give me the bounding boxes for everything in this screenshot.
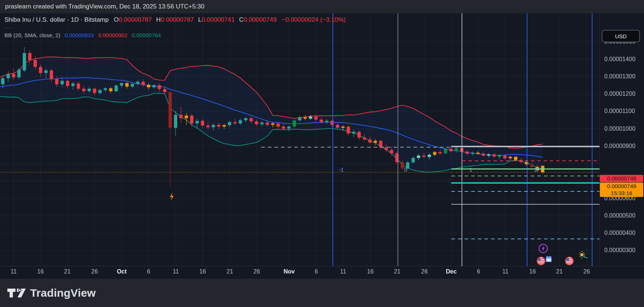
currency-toggle-button[interactable]: USD: [602, 30, 640, 42]
time-tick-label: Nov: [284, 268, 295, 275]
time-tick-label: 16: [37, 268, 44, 275]
candle-body: [428, 155, 431, 157]
chart-legend[interactable]: Shiba Inu / U.S. dollar · 1D · Bitstamp …: [4, 16, 346, 38]
chart-pane[interactable]: -10120.000015000.000014000.000013000.000…: [0, 13, 644, 279]
us-economic-event-icon-1[interactable]: [537, 257, 545, 265]
time-tick-label: 16: [367, 268, 374, 275]
time-tick-label: Dec: [446, 268, 456, 275]
tradingview-logo[interactable]: TradingView: [7, 286, 96, 300]
candle-body: [455, 148, 458, 151]
candle-body: [277, 123, 280, 127]
crypto-event-icon[interactable]: [538, 244, 548, 253]
candle-body: [379, 141, 383, 148]
candle-body: [104, 88, 107, 90]
attribution-text: praslearn created with TradingView.com, …: [5, 3, 204, 10]
candle-body: [363, 138, 366, 140]
bb-indicator-label[interactable]: BB (20, SMA, close, 2): [4, 32, 60, 38]
candle-body: [347, 127, 350, 134]
candle-body: [114, 85, 118, 91]
us-flag-icon: [537, 257, 545, 265]
change-value: −0.00000024 (−3.10%): [282, 16, 346, 24]
candle-body: [233, 122, 236, 124]
candle-body: [196, 121, 199, 123]
candle-body: [152, 85, 156, 87]
candle-body: [82, 89, 85, 91]
bar-close-countdown: 15:33:16: [600, 190, 643, 197]
symbol-legend-row[interactable]: Shiba Inu / U.S. dollar · 1D · Bitstamp …: [4, 16, 346, 24]
candle-body: [109, 88, 113, 91]
candle-body: [320, 120, 323, 122]
candle-body: [341, 127, 345, 128]
candle-body: [239, 120, 242, 124]
price-tick-label: 0.00000500: [604, 212, 636, 219]
candle-body: [142, 82, 145, 85]
candle-body: [498, 155, 501, 156]
bb-indicator-row[interactable]: BB (20, SMA, close, 2) 0.000008330.00000…: [4, 32, 346, 38]
candle-body: [93, 89, 96, 93]
candle-body: [293, 120, 296, 127]
last-price-value: 0.00000749: [607, 175, 636, 181]
candle-body: [131, 84, 134, 87]
price-axis[interactable]: 0.000015000.000014000.000013000.00001200…: [604, 38, 636, 253]
time-tick-label: 26: [253, 268, 260, 275]
price-tick-label: 0.00000300: [604, 247, 636, 253]
candle-body: [266, 123, 269, 125]
candle-body: [476, 153, 480, 154]
candle-body: [244, 118, 248, 120]
candle-body: [336, 125, 339, 128]
eclipse-event-icon[interactable]: [579, 251, 590, 260]
candle-body: [525, 162, 528, 164]
candle-body: [509, 157, 512, 158]
currency-toggle-label: USD: [615, 33, 627, 39]
candle-body: [174, 115, 177, 128]
time-tick-label: 6: [477, 268, 480, 275]
candle-body: [201, 121, 204, 126]
candle-body: [228, 122, 231, 126]
candle-body: [98, 90, 102, 93]
time-tick-label: 26: [91, 268, 98, 275]
time-tick-label: 16: [199, 268, 206, 275]
wave-label: 1: [469, 166, 472, 173]
grid-lines: [0, 13, 599, 266]
candle-body: [61, 81, 64, 84]
candle-body: [374, 141, 377, 143]
candle-body: [282, 127, 285, 129]
us-economic-event-icon-2[interactable]: [565, 257, 574, 265]
candle-body: [7, 74, 10, 78]
attribution-bar: praslearn created with TradingView.com, …: [0, 0, 644, 13]
countdown-price-value: 0.00000749: [600, 183, 643, 190]
candle-body: [179, 115, 183, 118]
candle-body: [45, 70, 48, 73]
wave-label: 0: [404, 166, 407, 173]
candle-body: [260, 123, 264, 124]
crash-lightning-marker[interactable]: [170, 193, 174, 201]
candle-body: [12, 74, 15, 77]
candle-body: [223, 125, 226, 127]
candle-body: [287, 127, 291, 129]
candle-body: [168, 92, 172, 128]
candle-body: [331, 121, 334, 125]
candle-body: [303, 117, 307, 119]
time-axis[interactable]: 11162126Oct611162126Nov611162126Dec61116…: [11, 268, 590, 275]
candle-body: [190, 116, 193, 123]
candle-body: [212, 125, 215, 127]
countdown-price-axis-label: 0.00000749 15:33:16: [600, 183, 643, 197]
candle-body: [390, 150, 393, 153]
candle-body: [255, 121, 258, 124]
ohlc-item: C0.00000749: [239, 16, 277, 24]
price-chart-canvas[interactable]: -10120.000015000.000014000.000013000.000…: [0, 13, 644, 279]
footer-bar: TradingView: [0, 279, 644, 307]
more-indicators-row[interactable]: ···: [4, 24, 346, 31]
candle-body: [503, 155, 506, 158]
candle-body: [492, 154, 496, 156]
time-tick-label: 21: [394, 268, 401, 275]
bb-indicator-values: 0.000008330.000009020.00000764: [65, 32, 161, 38]
symbol-title[interactable]: Shiba Inu / U.S. dollar · 1D · Bitstamp: [4, 16, 108, 24]
candle-body: [487, 154, 490, 155]
calendar-event-icon[interactable]: [545, 256, 552, 264]
candle-body: [444, 149, 447, 154]
candle-body: [514, 157, 517, 160]
candle-body: [125, 83, 129, 87]
candle-body: [357, 132, 361, 138]
candle-body: [325, 121, 328, 122]
